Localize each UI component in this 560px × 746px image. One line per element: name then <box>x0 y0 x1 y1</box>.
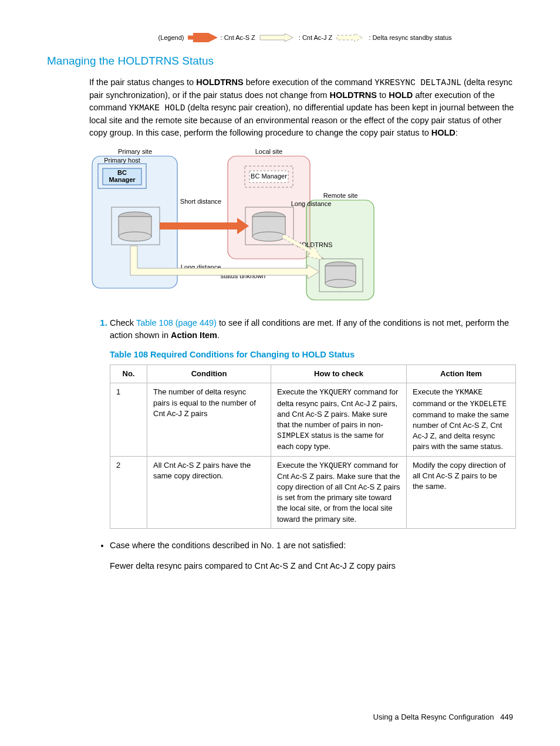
document-page: (Legend) : Cnt Ac-S Z : Cnt Ac-J Z : Del… <box>0 0 560 746</box>
legend-label: (Legend) <box>158 34 184 41</box>
legend-item-2: : Cnt Ac-J Z <box>299 34 332 41</box>
table-108-caption: Table 108 Required Conditions for Changi… <box>110 349 516 361</box>
table-108: No. Condition How to check Action Item 1… <box>110 364 516 529</box>
diag-remote-site: Remote site <box>323 192 358 199</box>
case-subline: Fewer delta resync pairs compared to Cnt… <box>110 560 516 572</box>
svg-point-10 <box>119 232 151 241</box>
step-1: Check Table 108 (page 449) to see if all… <box>110 316 516 529</box>
legend-item-1: : Cnt Ac-S Z <box>221 34 255 41</box>
diag-bcm-line2: Manager <box>109 176 136 183</box>
th-check: How to check <box>271 364 407 383</box>
table-row: 2 All Cnt Ac-S Z pairs have the same cop… <box>110 456 516 528</box>
arrow-yellow-dashed-icon <box>336 32 365 43</box>
legend-item-3: : Delta resync standby status <box>369 34 451 41</box>
diag-bcm-line1: BC <box>117 169 127 176</box>
arrow-yellow-outline-icon <box>259 32 295 43</box>
legend-row: (Legend) : Cnt Ac-S Z : Cnt Ac-J Z : Del… <box>94 32 516 43</box>
th-no: No. <box>110 364 147 383</box>
arrow-red-icon <box>188 33 217 42</box>
intro-paragraph: If the pair status changes to HOLDTRNS b… <box>89 76 516 139</box>
diag-bcm2: BC Manager <box>251 173 287 180</box>
diag-primary-site: Primary site <box>118 148 152 155</box>
case-bullets: Case where the conditions described in N… <box>89 539 516 552</box>
steps-list: Check Table 108 (page 449) to see if all… <box>89 316 516 529</box>
case-bullet-1: Case where the conditions described in N… <box>110 539 516 552</box>
table-row: 1 The number of delta resync pairs is eq… <box>110 383 516 456</box>
diag-long-distance-1: Long distance <box>291 200 332 207</box>
diag-local-site: Local site <box>255 148 282 155</box>
th-condition: Condition <box>147 364 271 383</box>
table-108-link[interactable]: Table 108 (page 449) <box>136 318 217 328</box>
section-heading: Managing the HOLDTRNS Status <box>47 55 516 67</box>
th-action: Action Item <box>407 364 516 383</box>
diag-short-distance: Short distance <box>180 198 221 205</box>
svg-point-14 <box>252 232 285 241</box>
architecture-diagram: Primary site Local site Remote site Prim… <box>89 147 516 305</box>
page-footer: Using a Delta Resync Configuration 449 <box>373 713 513 721</box>
diag-primary-host: Primary host <box>104 157 140 164</box>
svg-point-18 <box>325 279 356 288</box>
